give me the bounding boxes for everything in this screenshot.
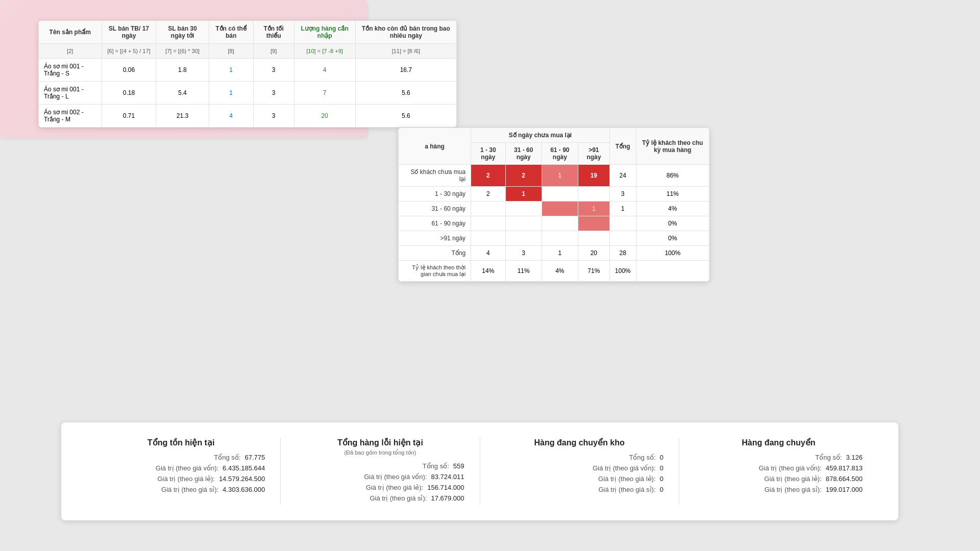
summary-title-loi: Tổng hàng lỗi hiện tại	[296, 438, 464, 447]
cell-r7c1: 14%	[471, 261, 506, 282]
table-row: Áo sơ mi 002 - Trắng - M 0.71 21.3 4 3 2…	[39, 105, 457, 128]
col-header-sl-tb: SL bán TB/ 17 ngày	[102, 21, 156, 44]
summary-value: 559	[453, 462, 464, 470]
summary-subtitle-loi: (Đã bao gồm trong tổng tồn)	[296, 449, 464, 456]
cell-r7-total: 100%	[609, 261, 636, 282]
summary-value: 0	[660, 486, 664, 493]
cell-r5c1	[471, 231, 506, 246]
cycle-row-label: Tổng	[399, 246, 471, 261]
cycle-row-61-90: 61 - 90 ngày 0%	[399, 216, 709, 231]
summary-label: Tổng số:	[815, 454, 842, 461]
summary-label: Giá trị (theo giá lẻ):	[157, 475, 214, 483]
formula-col3: [7] = [(6) * 30]	[156, 44, 209, 59]
tonkho-val: 5.6	[355, 82, 456, 105]
cell-r1-total: 24	[609, 165, 636, 187]
cell-r4c1	[471, 216, 506, 231]
col-header-luong: Lượng hàng cần nhập	[294, 21, 355, 44]
summary-row: Giá trị (theo giá sỉ): 199.017.000	[695, 486, 863, 493]
cell-r3-rate: 4%	[636, 202, 709, 216]
summary-value: 3.126	[846, 454, 863, 461]
summary-label: Giá trị (theo giá lẻ):	[764, 475, 821, 483]
sl-30-val: 21.3	[156, 105, 209, 128]
cell-r5c4	[578, 231, 609, 246]
col-header-sl-30: SL bán 30 ngày tới	[156, 21, 209, 44]
ton-tt-val: 3	[253, 105, 294, 128]
summary-value: 17.679.000	[431, 494, 464, 502]
cell-r6c2: 3	[505, 246, 542, 261]
summary-section-loi: Tổng hàng lỗi hiện tại (Đã bao gồm trong…	[281, 438, 480, 505]
cycle-table: a hàng Số ngày chưa mua lại Tổng Tỷ lệ k…	[398, 128, 709, 282]
cycle-row-label-header: a hàng	[399, 128, 471, 165]
cycle-main-header: Số ngày chưa mua lại	[471, 128, 610, 143]
summary-row: Giá trị (theo giá vốn): 83.724.011	[296, 473, 464, 481]
cell-r3c2	[505, 202, 542, 216]
summary-label: Tổng số:	[214, 454, 240, 461]
col-91plus: >91 ngày	[578, 143, 609, 165]
cycle-total-header: Tổng	[609, 128, 636, 165]
cell-r4-total	[609, 216, 636, 231]
cycle-row-label: 61 - 90 ngày	[399, 216, 471, 231]
cycle-card: a hàng Số ngày chưa mua lại Tổng Tỷ lệ k…	[398, 128, 709, 282]
product-name: Áo sơ mi 001 - Trắng - S	[39, 59, 102, 82]
ton-tt-val: 3	[253, 82, 294, 105]
summary-row: Giá trị (theo giá sỉ): 4.303.636.000	[97, 486, 265, 493]
summary-value: 0	[660, 454, 664, 461]
col-1-30: 1 - 30 ngày	[471, 143, 506, 165]
formula-col5: [9]	[253, 44, 294, 59]
cell-r7c4: 71%	[578, 261, 609, 282]
cell-r6c1: 4	[471, 246, 506, 261]
summary-row: Tổng số: 0	[496, 454, 664, 461]
summary-label: Giá trị (theo giá vốn):	[156, 464, 218, 472]
summary-row: Tổng số: 67.775	[97, 454, 265, 461]
ton-val: 1	[209, 59, 253, 82]
cell-r1c2: 2	[505, 165, 542, 187]
cycle-row-1-30: 1 - 30 ngày 2 1 3 11%	[399, 187, 709, 202]
product-name: Áo sơ mi 001 - Trắng - L	[39, 82, 102, 105]
summary-row: Giá trị (theo giá lẻ): 14.579.264.500	[97, 475, 265, 483]
cell-r3c4: 1	[578, 202, 609, 216]
inventory-table: Tên sản phẩm SL bán TB/ 17 ngày SL bán 3…	[38, 20, 457, 128]
summary-label: Giá trị (theo giá lẻ):	[598, 475, 655, 483]
cell-r1c1: 2	[471, 165, 506, 187]
inventory-card: Tên sản phẩm SL bán TB/ 17 ngày SL bán 3…	[38, 20, 457, 128]
cycle-row-tyle: Tỷ lệ khách theo thời gian chưa mua lại …	[399, 261, 709, 282]
summary-value: 4.303.636.000	[223, 486, 265, 493]
cell-r2c3	[542, 187, 578, 202]
cell-r7-rate	[636, 261, 709, 282]
col-31-60: 31 - 60 ngày	[505, 143, 542, 165]
summary-section-chuyen: Hàng đang chuyển Tổng số: 3.126 Giá trị …	[679, 438, 878, 505]
summary-title-chuyen: Hàng đang chuyển	[695, 438, 863, 447]
table-row: Áo sơ mi 001 - Trắng - S 0.06 1.8 1 3 4 …	[39, 59, 457, 82]
cell-r1-rate: 86%	[636, 165, 709, 187]
summary-label: Giá trị (theo giá sỉ):	[765, 486, 822, 493]
sl-30-val: 5.4	[156, 82, 209, 105]
ton-val: 4	[209, 105, 253, 128]
summary-label: Giá trị (theo giá lẻ):	[366, 484, 423, 491]
product-name: Áo sơ mi 002 - Trắng - M	[39, 105, 102, 128]
cell-r3c3	[542, 202, 578, 216]
summary-row: Giá trị (theo giá vốn): 459.817.813	[695, 464, 863, 472]
cycle-row-label: 1 - 30 ngày	[399, 187, 471, 202]
summary-value: 878.664.500	[826, 475, 863, 483]
cell-r2c4	[578, 187, 609, 202]
cell-r6-total: 28	[609, 246, 636, 261]
summary-row: Tổng số: 3.126	[695, 454, 863, 461]
cycle-row-91plus: >91 ngày 0%	[399, 231, 709, 246]
summary-value: 199.017.000	[826, 486, 863, 493]
summary-row: Giá trị (theo giá vốn): 6.435.185.644	[97, 464, 265, 472]
summary-row: Tổng số: 559	[296, 462, 464, 470]
cycle-row-label: Số khách chưa mua lại	[399, 165, 471, 187]
cell-r5c2	[505, 231, 542, 246]
ton-val: 1	[209, 82, 253, 105]
cycle-row-chuamua: Số khách chưa mua lại 2 2 1 19 24 86%	[399, 165, 709, 187]
cell-r3c1	[471, 202, 506, 216]
cell-r4c3	[542, 216, 578, 231]
summary-row: Giá trị (theo giá sỉ): 0	[496, 486, 664, 493]
luong-val: 7	[294, 82, 355, 105]
summary-value: 67.775	[244, 454, 265, 461]
cell-r5-rate: 0%	[636, 231, 709, 246]
summary-row: Giá trị (theo giá lẻ): 156.714.000	[296, 484, 464, 491]
cell-r6c3: 1	[542, 246, 578, 261]
sl-tb-val: 0.71	[102, 105, 156, 128]
cell-r7c2: 11%	[505, 261, 542, 282]
